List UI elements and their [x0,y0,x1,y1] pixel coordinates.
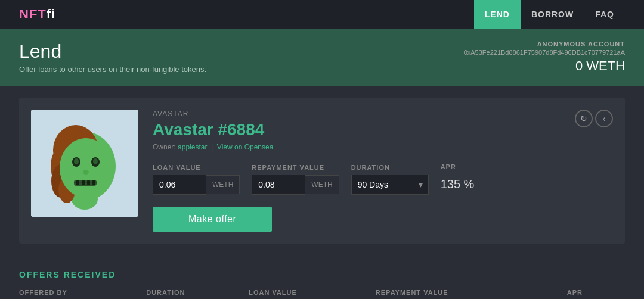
nft-avatar-svg [31,110,138,217]
refresh-button[interactable]: ↻ [575,110,593,127]
svg-rect-18 [92,180,95,185]
loan-value-input-row: WETH [153,175,240,195]
repayment-value-field: REPAYMENT VALUE WETH [252,164,339,195]
apr-label: APR [441,163,475,170]
logo: NFTfi [19,7,55,22]
col-apr: APR [567,289,625,299]
repayment-value-input[interactable] [252,175,305,195]
nav-link-faq[interactable]: FAQ [584,0,625,29]
nft-owner-line: Owner: applestar | View on Opensea [153,143,613,151]
make-offer-button[interactable]: Make offer [153,207,272,232]
owner-link[interactable]: applestar [178,143,207,151]
loan-value-unit: WETH [206,175,240,194]
header-left: Lend Offer loans to other users on their… [19,41,206,74]
loan-fields: LOAN VALUE WETH REPAYMENT VALUE WETH DUR… [153,163,613,195]
nav-links: LEND BORROW FAQ [474,0,625,29]
col-offered-by: OFFERED BY [19,289,146,299]
loan-value-field: LOAN VALUE WETH [153,164,240,195]
svg-rect-15 [76,180,79,185]
header-section: Lend Offer loans to other users on their… [0,29,644,86]
loan-value-input[interactable] [153,175,206,195]
nav-arrows: ↻ ‹ [575,110,613,127]
svg-rect-17 [87,180,90,185]
owner-label: Owner: [153,143,176,151]
page-subtitle: Offer loans to other users on their non-… [19,65,206,74]
duration-select[interactable]: 7 Days 14 Days 30 Days 60 Days 90 Days [351,175,429,195]
logo-nft: NFT [19,7,47,21]
nav-link-borrow[interactable]: BORROW [521,0,584,29]
repayment-value-input-row: WETH [252,175,339,195]
apr-value: 135 % [441,174,475,195]
svg-point-11 [93,158,98,164]
header-right: ANONYMOUS ACCOUNT 0xA53Fe221Bd8861F75907… [464,41,625,74]
duration-label: DURATION [351,164,429,171]
col-loan-value: LOAN VALUE [249,289,376,299]
svg-point-12 [83,170,89,175]
nft-details: AVASTAR Avastar #6884 Owner: applestar |… [153,110,613,232]
loan-value-label: LOAN VALUE [153,164,240,171]
offers-title: OFFERS RECEIVED [19,270,625,279]
svg-point-10 [74,158,79,164]
duration-field: DURATION 7 Days 14 Days 30 Days 60 Days … [351,164,429,195]
account-label: ANONYMOUS ACCOUNT [464,41,625,48]
prev-button[interactable]: ‹ [595,110,613,127]
nft-card: AVASTAR Avastar #6884 Owner: applestar |… [19,98,625,244]
account-balance: 0 WETH [464,58,625,74]
apr-field: APR 135 % [441,163,475,195]
nft-collection: AVASTAR [153,110,613,118]
account-address: 0xA53Fe221Bd8861F75907d8Fd496DB1c7077972… [464,49,625,56]
opensea-link[interactable]: View on Opensea [217,143,274,151]
offers-section: OFFERS RECEIVED OFFERED BY DURATION LOAN… [0,270,644,299]
navigation: NFTfi LEND BORROW FAQ [0,0,644,29]
main-content: AVASTAR Avastar #6884 Owner: applestar |… [0,86,644,270]
col-repayment-value: REPAYMENT VALUE [376,289,567,299]
offers-table-header-row: OFFERED BY DURATION LOAN VALUE REPAYMENT… [19,289,625,299]
logo-fi: fi [47,7,55,21]
offers-table: OFFERED BY DURATION LOAN VALUE REPAYMENT… [19,289,625,299]
repayment-value-unit: WETH [305,175,339,194]
repayment-value-label: REPAYMENT VALUE [252,164,339,171]
offers-table-head: OFFERED BY DURATION LOAN VALUE REPAYMENT… [19,289,625,299]
col-duration: DURATION [146,289,249,299]
nft-name: Avastar #6884 [153,120,613,139]
page-title: Lend [19,41,206,63]
nav-link-lend[interactable]: LEND [474,0,521,29]
svg-point-7 [60,138,112,198]
svg-rect-16 [82,180,85,185]
duration-select-wrapper: 7 Days 14 Days 30 Days 60 Days 90 Days [351,175,429,195]
nft-image [31,110,138,217]
